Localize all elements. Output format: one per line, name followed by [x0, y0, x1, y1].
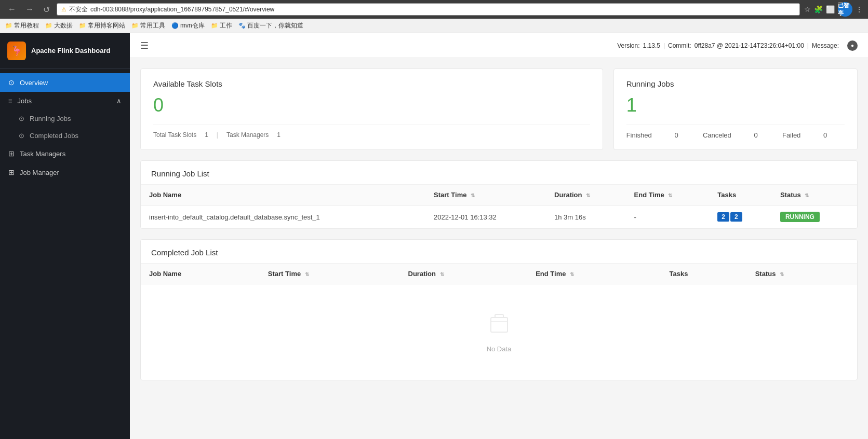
sort-icon: ⇅ — [668, 193, 672, 198]
bookmark-1[interactable]: 📁 大数据 — [45, 21, 73, 30]
sidebar-title: Apache Flink Dashboard — [31, 47, 110, 56]
sort-icon: ⇅ — [586, 193, 590, 198]
finished-value: 0 — [674, 131, 678, 139]
bookmark-0[interactable]: 📁 常用教程 — [5, 21, 39, 30]
completed-job-table-head: Job Name Start Time ⇅ Duration ⇅ End Tim… — [141, 264, 857, 284]
col-end-time[interactable]: End Time ⇅ — [527, 264, 661, 284]
completed-jobs-icon: ⊙ — [19, 132, 24, 140]
sidebar-item-completed-jobs[interactable]: ⊙ Completed Jobs — [0, 127, 130, 144]
bookmark-2[interactable]: 📁 常用博客网站 — [79, 21, 125, 30]
url-bar[interactable]: ⚠ 不安全 cdh-003:8088/proxy/application_166… — [57, 3, 800, 16]
sidebar-item-job-manager[interactable]: ⊞ Job Manager — [0, 163, 130, 182]
sort-icon: ⇅ — [805, 193, 809, 198]
bookmark-4[interactable]: 🔵 mvn仓库 — [171, 21, 205, 30]
sidebar-task-managers-label: Task Managers — [20, 150, 65, 158]
bookmark-folder-icon: 📁 — [79, 22, 86, 29]
completed-job-list-title: Completed Job List — [141, 240, 857, 264]
browser-bar: ← → ↺ ⚠ 不安全 cdh-003:8088/proxy/applicati… — [0, 0, 868, 19]
sidebar-item-overview[interactable]: ⊙ Overview — [0, 73, 130, 92]
overview-icon: ⊙ — [8, 78, 15, 87]
col-status[interactable]: Status ⇅ — [747, 264, 857, 284]
failed-value: 0 — [823, 131, 827, 139]
forward-button[interactable]: → — [23, 4, 36, 15]
job-manager-icon: ⊞ — [8, 168, 15, 176]
sort-icon: ⇅ — [471, 193, 475, 198]
hamburger-button[interactable]: ☰ — [140, 40, 149, 51]
available-slots-value: 0 — [153, 94, 590, 116]
bookmark-3[interactable]: 📁 常用工具 — [131, 21, 165, 30]
bookmark-baidu-icon: 🐾 — [238, 22, 246, 29]
table-row[interactable]: insert-into_default_catalog.default_data… — [141, 205, 857, 229]
bookmark-folder-icon: 📁 — [45, 22, 52, 29]
jobs-chevron-icon: ∧ — [116, 97, 122, 105]
hamburger-icon: ☰ — [140, 40, 149, 51]
window-icon[interactable]: ⬜ — [826, 5, 835, 13]
col-end-time[interactable]: End Time ⇅ — [626, 185, 710, 205]
user-avatar[interactable]: 已智亭 — [838, 2, 852, 17]
flink-logo: 🦩 — [7, 42, 26, 60]
bookmark-label: 工作 — [220, 21, 232, 30]
svg-rect-0 — [491, 318, 508, 332]
running-jobs-value: 1 — [626, 94, 845, 116]
bookmark-folder-icon: 📁 — [5, 22, 12, 29]
col-duration[interactable]: Duration ⇅ — [400, 264, 528, 284]
bookmark-6[interactable]: 🐾 百度一下，你就知道 — [238, 21, 303, 30]
bookmark-5[interactable]: 📁 工作 — [211, 21, 232, 30]
meta-separator-2: | — [807, 42, 809, 49]
col-job-name: Job Name — [141, 185, 425, 205]
refresh-button[interactable]: ↺ — [41, 4, 52, 16]
sidebar-item-running-jobs[interactable]: ⊙ Running Jobs — [0, 110, 130, 127]
app-header: ☰ Version: 1.13.5 | Commit: 0ff28a7 @ 20… — [130, 33, 868, 58]
back-button[interactable]: ← — [5, 4, 19, 15]
stats-separator: | — [217, 131, 218, 139]
running-jobs-title: Running Jobs — [626, 79, 845, 88]
url-text: cdh-003:8088/proxy/application_166789795… — [90, 6, 274, 13]
no-data-cell: No Data — [141, 284, 857, 380]
menu-icon[interactable]: ⋮ — [856, 5, 863, 13]
col-duration[interactable]: Duration ⇅ — [546, 185, 626, 205]
col-tasks: Tasks — [709, 185, 772, 205]
version-value: 1.13.5 — [643, 42, 660, 49]
right-panel: ☰ Version: 1.13.5 | Commit: 0ff28a7 @ 20… — [130, 33, 868, 439]
col-tasks: Tasks — [661, 264, 747, 284]
total-task-slots-value: 1 — [205, 131, 208, 139]
running-job-table-body: insert-into_default_catalog.default_data… — [141, 205, 857, 229]
sort-icon: ⇅ — [570, 271, 574, 277]
canceled-label: Canceled — [703, 131, 731, 139]
commit-value: 0ff28a7 @ 2021-12-14T23:26:04+01:00 — [695, 42, 804, 49]
duration-cell: 1h 3m 16s — [546, 205, 626, 229]
status-badge: RUNNING — [780, 212, 820, 222]
task-managers-label: Task Managers — [226, 131, 269, 139]
finished-label: Finished — [626, 131, 652, 139]
bookmark-label: mvn仓库 — [180, 21, 205, 30]
sidebar-section-jobs[interactable]: ≡ Jobs ∧ — [0, 92, 130, 110]
message-label: Message: — [812, 42, 839, 49]
col-start-time[interactable]: Start Time ⇅ — [425, 185, 546, 205]
flink-logo-icon: 🦩 — [11, 45, 22, 57]
bookmark-folder-icon: 📁 — [211, 22, 218, 29]
app-container: 🦩 Apache Flink Dashboard ⊙ Overview ≡ Jo… — [0, 33, 868, 439]
sort-icon: ⇅ — [305, 271, 309, 277]
running-jobs-stats: Finished 0 Canceled 0 Failed 0 — [626, 131, 845, 139]
extensions-icon[interactable]: 🧩 — [814, 5, 823, 13]
running-jobs-icon: ⊙ — [19, 115, 24, 122]
completed-job-table-body: No Data — [141, 284, 857, 380]
no-data-text: No Data — [487, 345, 512, 353]
col-status[interactable]: Status ⇅ — [772, 185, 857, 205]
sidebar-jobs-label: Jobs — [18, 97, 32, 105]
message-indicator[interactable]: ● — [847, 40, 858, 51]
completed-job-table: Job Name Start Time ⇅ Duration ⇅ End Tim… — [141, 264, 857, 380]
col-job-name: Job Name — [141, 264, 260, 284]
security-icon: ⚠ — [61, 6, 66, 13]
no-data-container: No Data — [149, 291, 849, 374]
card-divider — [153, 125, 590, 125]
commit-label: Commit: — [668, 42, 691, 49]
end-time-cell: - — [626, 205, 710, 229]
task-badge-1: 2 — [717, 212, 729, 222]
col-start-time[interactable]: Start Time ⇅ — [260, 264, 400, 284]
tasks-cell: 2 2 — [709, 205, 772, 229]
sidebar-item-task-managers[interactable]: ⊞ Task Managers — [0, 144, 130, 163]
available-slots-stats: Total Task Slots 1 | Task Managers 1 — [153, 131, 590, 139]
bookmark-icon[interactable]: ☆ — [804, 5, 811, 13]
sidebar-completed-jobs-label: Completed Jobs — [30, 132, 78, 140]
